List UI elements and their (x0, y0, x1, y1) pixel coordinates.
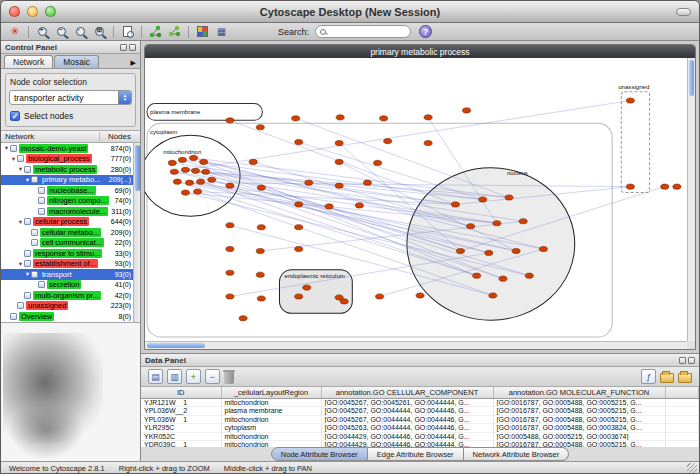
table-row[interactable]: YLR295Ccytoplasm[GO:0045263, GO:0044444,… (141, 424, 699, 433)
network-node[interactable] (257, 225, 265, 230)
network-node[interactable] (181, 190, 189, 195)
tree-column-nodes[interactable]: Nodes (100, 132, 140, 141)
table-cell[interactable]: cytoplasm (221, 424, 321, 433)
table-cell[interactable]: [GO:0016787, GO:0005488, GO:0003824, G..… (493, 424, 665, 433)
column-header-annotation-go-cellular-component[interactable]: annotation.GO CELLULAR_COMPONENT (321, 387, 493, 398)
expand-arrow-icon[interactable]: ▼ (17, 166, 24, 172)
network-node[interactable] (189, 155, 197, 160)
network-node[interactable] (336, 115, 344, 120)
network-node[interactable] (485, 250, 493, 255)
network-node[interactable] (525, 273, 533, 278)
column-header-annotation-go-molecular-function[interactable]: annotation.GO MOLECULAR_FUNCTION (493, 387, 665, 398)
expand-arrow-icon[interactable]: ▼ (24, 271, 31, 277)
trash-icon[interactable] (224, 372, 234, 384)
network-node[interactable] (295, 140, 303, 145)
tab-node-attribute-browser[interactable]: Node Attribute Browser (271, 447, 368, 461)
network-node[interactable] (170, 169, 178, 174)
network-node[interactable] (295, 225, 303, 230)
table-cell[interactable]: [GO:0045267, GO:0044444, GO:0044446, G..… (321, 407, 493, 416)
table-cell[interactable]: YLR295C (141, 424, 221, 433)
network-node[interactable] (197, 179, 205, 184)
tree-column-network[interactable]: Network (1, 132, 100, 141)
network-node[interactable] (340, 299, 348, 304)
tree-scrollbar[interactable] (133, 143, 140, 322)
network-node[interactable] (185, 180, 193, 185)
expand-arrow-icon[interactable]: ▼ (10, 156, 17, 162)
zoom-in-button[interactable]: + (34, 24, 51, 40)
network-node[interactable] (374, 160, 382, 165)
search-input[interactable] (315, 25, 411, 38)
network-node[interactable] (335, 159, 343, 164)
expand-arrow-icon[interactable]: ▼ (3, 145, 10, 151)
network-node[interactable] (256, 248, 264, 253)
network-node[interactable] (424, 141, 432, 146)
network-node[interactable] (208, 177, 216, 182)
table-cell[interactable]: [GO:0005488, GO:0005215, GO:0003674] (493, 432, 665, 441)
scrollbar-thumb[interactable] (689, 60, 694, 96)
tree-row[interactable]: unassigned223(0) (1, 301, 140, 312)
float-panel-icon[interactable] (120, 44, 127, 51)
scrollbar-thumb[interactable] (135, 145, 140, 191)
zoom-out-button[interactable]: − (53, 24, 70, 40)
network-node[interactable] (173, 179, 181, 184)
tree-row[interactable]: cell communicat...22(0) (1, 238, 140, 249)
tree-row[interactable]: ▼transport93(0) (1, 269, 140, 280)
close-panel-icon[interactable] (688, 357, 695, 364)
tree-row[interactable]: multi-organism pr...42(0) (1, 290, 140, 301)
table-cell[interactable]: [GO:0045267, GO:0045261, GO:0044444, G..… (321, 398, 493, 407)
network-node[interactable] (539, 246, 547, 251)
network-horizontal-scrollbar[interactable] (145, 341, 687, 349)
tree-row[interactable]: ▼metabolic process280(0) (1, 164, 140, 175)
new-attribute-icon[interactable]: + (186, 369, 201, 384)
network-canvas[interactable]: plasma membranecytoplasmmitochondrionnuc… (145, 58, 687, 341)
network-node[interactable] (456, 248, 464, 253)
table-cell[interactable]: [GO:0016787, GO:0005488, GO:0005215, G..… (493, 398, 665, 407)
network-node[interactable] (626, 98, 634, 103)
tree-row[interactable]: ▼primary metabo...209(...) (1, 175, 140, 186)
table-cell[interactable]: mitochondrion (221, 398, 321, 407)
network-node[interactable] (168, 160, 176, 165)
network-node[interactable] (303, 285, 311, 290)
delete-attribute-icon[interactable]: − (205, 369, 220, 384)
zoom-selected-button[interactable]: ▫ (72, 24, 89, 40)
network-vertical-scrollbar[interactable] (687, 58, 695, 341)
toolbar-toggle-button[interactable] (676, 8, 691, 16)
table-row[interactable]: YDR039C__1mitochondrion[GO:0044429, GO:0… (141, 441, 699, 448)
network-node[interactable] (226, 294, 234, 299)
function-builder-icon[interactable]: ƒ (641, 369, 656, 384)
select-attributes-icon[interactable]: ▤ (148, 369, 163, 384)
network-node[interactable] (200, 159, 208, 164)
network-node[interactable] (295, 202, 303, 207)
network-node[interactable] (626, 184, 634, 189)
select-nodes-checkbox[interactable]: ✓ (10, 111, 20, 121)
network-node[interactable] (192, 168, 200, 173)
network-node[interactable] (384, 139, 392, 144)
network-node[interactable] (355, 203, 363, 208)
network-node[interactable] (380, 116, 388, 121)
network-node[interactable] (673, 184, 681, 189)
network-node[interactable] (239, 316, 247, 321)
table-cell[interactable]: YPL036W__2 (141, 407, 221, 416)
table-cell[interactable]: [GO:0044429, GO:0044446, GO:0044444, G..… (321, 432, 493, 441)
table-cell[interactable]: [GO:0016787, GO:0005488, GO:0005215, G..… (493, 415, 665, 424)
table-cell[interactable]: [GO:0016787, GO:0005488, GO:0005215, G..… (493, 407, 665, 416)
column-header--cellularlayoutregion[interactable]: _cellularLayoutRegion (221, 387, 321, 398)
node-color-dropdown[interactable]: transporter activity ▲▼ (9, 90, 132, 105)
network-node[interactable] (194, 189, 202, 194)
unselect-attributes-icon[interactable]: ▥ (167, 369, 182, 384)
network-node[interactable] (424, 115, 432, 120)
network-node[interactable] (512, 248, 520, 253)
table-row[interactable]: YKR052Cmitochondrion[GO:0044429, GO:0044… (141, 432, 699, 441)
tree-row[interactable]: nucleobase...69(0) (1, 185, 140, 196)
tree-row[interactable]: response to stimu...33(0) (1, 248, 140, 259)
network-node[interactable] (295, 294, 303, 299)
float-panel-icon[interactable] (679, 357, 686, 364)
tab-mosaic[interactable]: Mosaic (54, 55, 99, 68)
table-row[interactable]: YJR121W__1mitochondrion[GO:0045267, GO:0… (141, 398, 699, 407)
tree-row[interactable]: ▼establishment of...93(0) (1, 259, 140, 270)
network-node[interactable] (305, 180, 313, 185)
network-node[interactable] (505, 195, 513, 200)
network-node[interactable] (376, 294, 384, 299)
zoom-fit-button[interactable]: ⊞ (91, 24, 108, 40)
table-cell[interactable]: YDR039C__1 (141, 441, 221, 448)
